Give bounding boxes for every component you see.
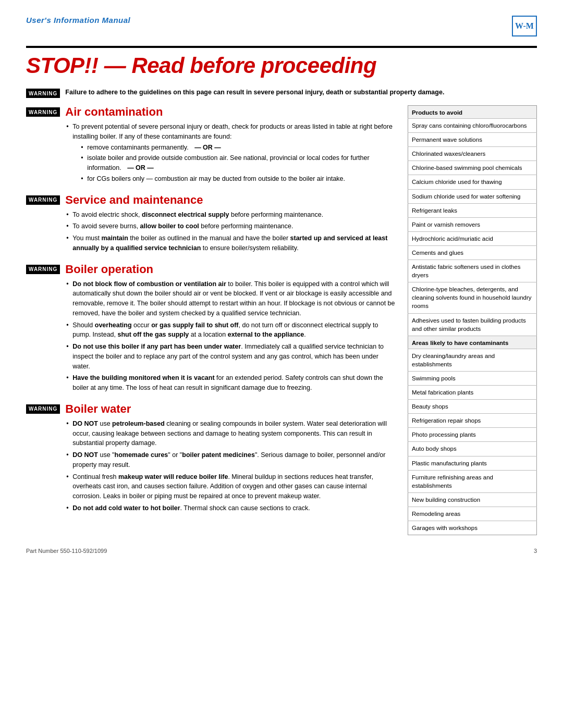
list-item: Do not add cold water to hot boiler. The… xyxy=(65,503,395,513)
product-item: Adhesives used to fasten building produc… xyxy=(408,313,537,336)
table-row: Antistatic fabric softeners used in clot… xyxy=(408,260,537,282)
boiler-water-list: DO NOT use petroleum-based cleaning or s… xyxy=(65,419,395,513)
boiler-operation-badge: WARNING xyxy=(26,265,60,274)
sub-list: remove contaminants permanently. — OR — … xyxy=(72,143,395,184)
list-item: DO NOT use petroleum-based cleaning or s… xyxy=(65,419,395,448)
area-item: Auto body shops xyxy=(408,442,537,456)
area-item: Furniture refinishing areas and establis… xyxy=(408,470,537,492)
table-row: Calcium chloride used for thawing xyxy=(408,175,537,189)
table-row: Hydrochloric acid/muriatic acid xyxy=(408,231,537,245)
table-row: Chlorine-type bleaches, detergents, and … xyxy=(408,282,537,313)
table-row: Furniture refinishing areas and establis… xyxy=(408,470,537,492)
list-item: You must maintain the boiler as outlined… xyxy=(65,233,395,253)
table-row: Sodium chloride used for water softening xyxy=(408,189,537,203)
page-number: 3 xyxy=(534,548,537,554)
product-item: Chlorinated waxes/cleaners xyxy=(408,147,537,161)
or-label: — OR — xyxy=(194,143,221,153)
top-warning-row: WARNING Failure to adhere to the guideli… xyxy=(26,88,537,98)
products-header-row: Products to avoid xyxy=(408,106,537,119)
table-row: Swimming pools xyxy=(408,371,537,385)
products-table: Products to avoid Spray cans containing … xyxy=(408,105,537,535)
manual-title: User's Information Manual xyxy=(26,16,130,24)
boiler-operation-list: Do not block flow of combustion or venti… xyxy=(65,279,395,393)
top-warning-text: Failure to adhere to the guidelines on t… xyxy=(65,88,444,97)
boiler-water-section: WARNING Boiler water DO NOT use petroleu… xyxy=(26,402,395,515)
list-item: To avoid electric shock, disconnect elec… xyxy=(65,210,395,220)
left-column: WARNING Air contamination To prevent pot… xyxy=(26,105,395,523)
boiler-water-content: Boiler water DO NOT use petroleum-based … xyxy=(65,402,395,515)
air-contamination-badge: WARNING xyxy=(26,107,60,117)
or-label: — OR — xyxy=(127,163,154,173)
sub-list-item: remove contaminants permanently. — OR — xyxy=(80,143,395,153)
page: User's Information Manual W-M STOP!! — R… xyxy=(0,0,563,728)
area-item: Refrigeration repair shops xyxy=(408,414,537,428)
table-row: Photo processing plants xyxy=(408,428,537,442)
list-item: Do not block flow of combustion or venti… xyxy=(65,279,395,318)
table-row: Beauty shops xyxy=(408,400,537,414)
product-item: Antistatic fabric softeners used in clot… xyxy=(408,260,537,282)
main-layout: WARNING Air contamination To prevent pot… xyxy=(26,105,537,535)
area-item: Plastic manufacturing plants xyxy=(408,456,537,470)
header: User's Information Manual W-M xyxy=(26,16,537,36)
boiler-operation-section: WARNING Boiler operation Do not block fl… xyxy=(26,263,395,395)
sub-list-item: for CGs boilers only — combustion air ma… xyxy=(80,174,395,184)
table-row: Spray cans containing chloro/fluorocarbo… xyxy=(408,119,537,133)
table-row: Garages with workshops xyxy=(408,521,537,535)
list-item: To prevent potential of severe personal … xyxy=(65,122,395,184)
service-maintenance-badge: WARNING xyxy=(26,195,60,205)
table-row: Cements and glues xyxy=(408,245,537,260)
stop-title: STOP!! — Read before proceeding xyxy=(26,53,537,78)
area-item: Dry cleaning/laundry areas and establish… xyxy=(408,349,537,371)
service-maintenance-heading: Service and maintenance xyxy=(65,193,395,207)
table-row: Refrigerant leaks xyxy=(408,203,537,217)
boiler-operation-heading: Boiler operation xyxy=(65,263,395,276)
table-row: Dry cleaning/laundry areas and establish… xyxy=(408,349,537,371)
service-maintenance-section: WARNING Service and maintenance To avoid… xyxy=(26,193,395,255)
area-item: Beauty shops xyxy=(408,400,537,414)
products-section-label: Products to avoid xyxy=(408,106,537,119)
product-item: Permanent wave solutions xyxy=(408,133,537,147)
list-item: Continual fresh makeup water will reduce… xyxy=(65,472,395,501)
air-contamination-content: Air contamination To prevent potential o… xyxy=(65,105,395,186)
area-item: Remodeling areas xyxy=(408,507,537,521)
area-item: Photo processing plants xyxy=(408,428,537,442)
table-row: New building construction xyxy=(408,492,537,507)
product-item: Sodium chloride used for water softening xyxy=(408,189,537,203)
product-item: Spray cans containing chloro/fluorocarbo… xyxy=(408,119,537,133)
product-item: Refrigerant leaks xyxy=(408,203,537,217)
list-item: DO NOT use "homemade cures" or "boiler p… xyxy=(65,450,395,470)
footer: Part Number 550-110-592/1099 3 xyxy=(26,548,537,554)
product-item: Calcium chloride used for thawing xyxy=(408,175,537,189)
product-item: Chlorine-based swimming pool chemicals xyxy=(408,161,537,175)
area-item: Garages with workshops xyxy=(408,521,537,535)
boiler-operation-content: Boiler operation Do not block flow of co… xyxy=(65,263,395,395)
top-rule xyxy=(26,46,537,48)
table-row: Paint or varnish removers xyxy=(408,217,537,231)
product-item: Hydrochloric acid/muriatic acid xyxy=(408,231,537,245)
table-row: Adhesives used to fasten building produc… xyxy=(408,313,537,336)
table-row: Chlorinated waxes/cleaners xyxy=(408,147,537,161)
right-column: Products to avoid Spray cans containing … xyxy=(408,105,537,535)
areas-section-label: Areas likely to have contaminants xyxy=(408,336,537,349)
service-maintenance-content: Service and maintenance To avoid electri… xyxy=(65,193,395,255)
list-item: Have the building monitored when it is v… xyxy=(65,373,395,393)
area-item: Swimming pools xyxy=(408,371,537,385)
product-item: Chlorine-type bleaches, detergents, and … xyxy=(408,282,537,313)
air-contamination-heading: Air contamination xyxy=(65,105,395,119)
table-row: Permanent wave solutions xyxy=(408,133,537,147)
list-item: Do not use this boiler if any part has b… xyxy=(65,342,395,371)
area-item: Metal fabrication plants xyxy=(408,386,537,400)
air-contamination-list: To prevent potential of severe personal … xyxy=(65,122,395,184)
table-row: Metal fabrication plants xyxy=(408,386,537,400)
air-contamination-section: WARNING Air contamination To prevent pot… xyxy=(26,105,395,186)
table-row: Chlorine-based swimming pool chemicals xyxy=(408,161,537,175)
table-row: Refrigeration repair shops xyxy=(408,414,537,428)
boiler-water-badge: WARNING xyxy=(26,404,60,414)
table-row: Plastic manufacturing plants xyxy=(408,456,537,470)
part-number: Part Number 550-110-592/1099 xyxy=(26,548,107,554)
product-item: Cements and glues xyxy=(408,245,537,260)
product-item: Paint or varnish removers xyxy=(408,217,537,231)
boiler-water-heading: Boiler water xyxy=(65,402,395,416)
service-maintenance-list: To avoid electric shock, disconnect elec… xyxy=(65,210,395,253)
table-row: Remodeling areas xyxy=(408,507,537,521)
